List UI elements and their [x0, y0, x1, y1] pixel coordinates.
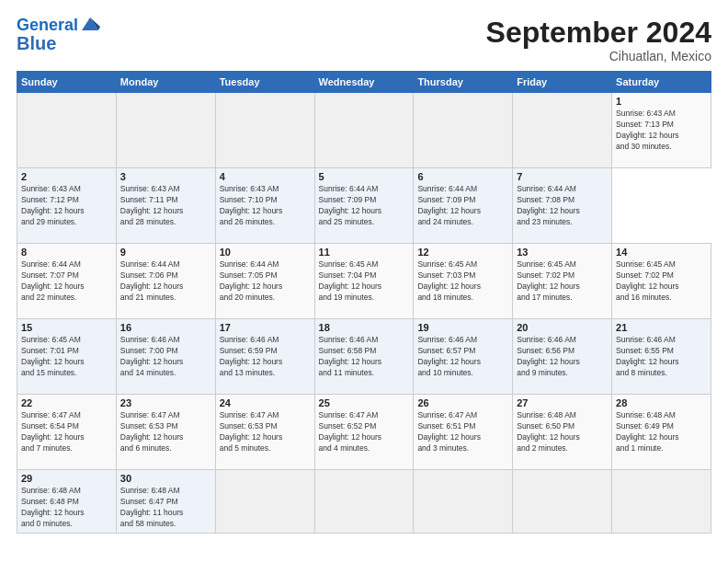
logo-text2: Blue [17, 33, 56, 53]
calendar-day: 17Sunrise: 6:46 AM Sunset: 6:59 PM Dayli… [215, 319, 314, 395]
empty-cell [414, 470, 513, 534]
calendar-day: 15Sunrise: 6:45 AM Sunset: 7:01 PM Dayli… [17, 319, 117, 395]
calendar-day: 6Sunrise: 6:44 AM Sunset: 7:09 PM Daylig… [414, 168, 513, 244]
weekday-header: Saturday [612, 72, 711, 93]
weekday-header: Friday [513, 72, 612, 93]
empty-cell [414, 93, 513, 168]
calendar-week-row: 15Sunrise: 6:45 AM Sunset: 7:01 PM Dayli… [17, 319, 711, 395]
calendar-day: 9Sunrise: 6:44 AM Sunset: 7:06 PM Daylig… [116, 244, 215, 319]
logo: General Blue [17, 17, 100, 53]
calendar-day: 3Sunrise: 6:43 AM Sunset: 7:11 PM Daylig… [116, 168, 215, 244]
calendar-day: 26Sunrise: 6:47 AM Sunset: 6:51 PM Dayli… [414, 395, 513, 470]
header-row: SundayMondayTuesdayWednesdayThursdayFrid… [17, 72, 711, 93]
calendar-day: 5Sunrise: 6:44 AM Sunset: 7:09 PM Daylig… [314, 168, 414, 244]
empty-cell [314, 470, 414, 534]
calendar-day: 18Sunrise: 6:46 AM Sunset: 6:58 PM Dayli… [314, 319, 414, 395]
location-subtitle: Cihuatlan, Mexico [486, 49, 711, 63]
calendar-day: 14Sunrise: 6:45 AM Sunset: 7:02 PM Dayli… [612, 244, 711, 319]
calendar-day: 4Sunrise: 6:43 AM Sunset: 7:10 PM Daylig… [215, 168, 314, 244]
calendar-table: SundayMondayTuesdayWednesdayThursdayFrid… [17, 71, 711, 534]
calendar-day: 1Sunrise: 6:43 AM Sunset: 7:13 PM Daylig… [612, 93, 711, 168]
empty-cell [513, 93, 612, 168]
weekday-header: Thursday [414, 72, 513, 93]
calendar-day: 25Sunrise: 6:47 AM Sunset: 6:52 PM Dayli… [314, 395, 414, 470]
empty-cell [215, 470, 314, 534]
calendar-day: 13Sunrise: 6:45 AM Sunset: 7:02 PM Dayli… [513, 244, 612, 319]
empty-cell [314, 93, 414, 168]
calendar-week-row: 22Sunrise: 6:47 AM Sunset: 6:54 PM Dayli… [17, 395, 711, 470]
calendar-day: 28Sunrise: 6:48 AM Sunset: 6:49 PM Dayli… [612, 395, 711, 470]
calendar-day: 24Sunrise: 6:47 AM Sunset: 6:53 PM Dayli… [215, 395, 314, 470]
calendar-day: 22Sunrise: 6:47 AM Sunset: 6:54 PM Dayli… [17, 395, 117, 470]
calendar-day: 19Sunrise: 6:46 AM Sunset: 6:57 PM Dayli… [414, 319, 513, 395]
calendar-day: 2Sunrise: 6:43 AM Sunset: 7:12 PM Daylig… [17, 168, 117, 244]
calendar-day: 20Sunrise: 6:46 AM Sunset: 6:56 PM Dayli… [513, 319, 612, 395]
calendar-day: 21Sunrise: 6:46 AM Sunset: 6:55 PM Dayli… [612, 319, 711, 395]
calendar-week-row: 29Sunrise: 6:48 AM Sunset: 6:48 PM Dayli… [17, 470, 711, 534]
empty-cell [513, 470, 612, 534]
calendar-day: 10Sunrise: 6:44 AM Sunset: 7:05 PM Dayli… [215, 244, 314, 319]
calendar-day: 30Sunrise: 6:48 AM Sunset: 6:47 PM Dayli… [116, 470, 215, 534]
weekday-header: Wednesday [314, 72, 414, 93]
calendar-day: 16Sunrise: 6:46 AM Sunset: 7:00 PM Dayli… [116, 319, 215, 395]
header: General Blue September 2024 Cihuatlan, M… [17, 17, 711, 63]
calendar-day: 23Sunrise: 6:47 AM Sunset: 6:53 PM Dayli… [116, 395, 215, 470]
weekday-header: Tuesday [215, 72, 314, 93]
empty-cell [612, 470, 711, 534]
empty-cell [17, 93, 117, 168]
title-section: September 2024 Cihuatlan, Mexico [486, 17, 711, 63]
empty-cell [116, 93, 215, 168]
calendar-week-row: 2Sunrise: 6:43 AM Sunset: 7:12 PM Daylig… [17, 168, 711, 244]
logo-icon [80, 14, 100, 34]
empty-cell [215, 93, 314, 168]
calendar-week-row: 8Sunrise: 6:44 AM Sunset: 7:07 PM Daylig… [17, 244, 711, 319]
weekday-header: Monday [116, 72, 215, 93]
calendar-day: 27Sunrise: 6:48 AM Sunset: 6:50 PM Dayli… [513, 395, 612, 470]
weekday-header: Sunday [17, 72, 117, 93]
calendar-day: 29Sunrise: 6:48 AM Sunset: 6:48 PM Dayli… [17, 470, 117, 534]
calendar-day: 12Sunrise: 6:45 AM Sunset: 7:03 PM Dayli… [414, 244, 513, 319]
calendar-day: 7Sunrise: 6:44 AM Sunset: 7:08 PM Daylig… [513, 168, 612, 244]
calendar-day: 8Sunrise: 6:44 AM Sunset: 7:07 PM Daylig… [17, 244, 117, 319]
month-title: September 2024 [486, 17, 711, 49]
calendar-page: General Blue September 2024 Cihuatlan, M… [0, 0, 728, 563]
calendar-day: 11Sunrise: 6:45 AM Sunset: 7:04 PM Dayli… [314, 244, 414, 319]
calendar-week-row: 1Sunrise: 6:43 AM Sunset: 7:13 PM Daylig… [17, 93, 711, 168]
